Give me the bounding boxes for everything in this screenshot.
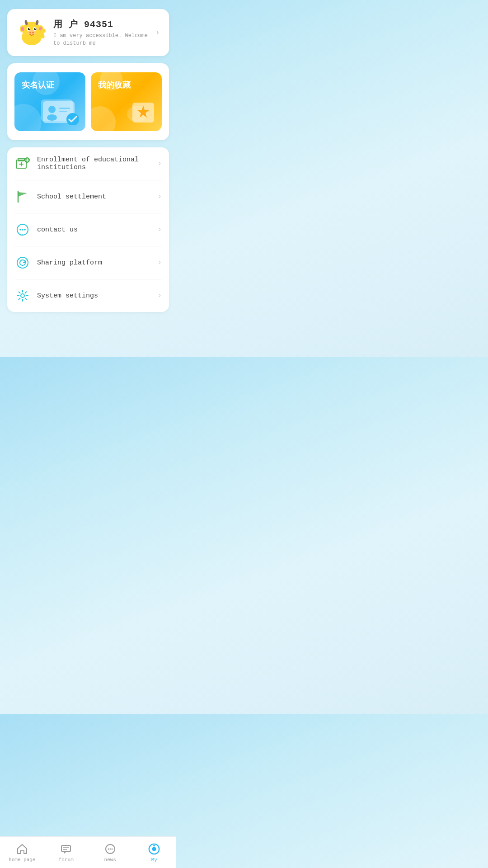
settings-label: System settings [37, 292, 151, 300]
contact-chevron-icon: › [157, 226, 162, 234]
settings-chevron-icon: › [157, 292, 162, 300]
settlement-label: School settlement [37, 193, 151, 201]
enrollment-label: Enrollment of educational institutions [37, 156, 151, 171]
settlement-chevron-icon: › [157, 193, 162, 201]
svg-point-38 [19, 229, 21, 231]
profile-bio: I am very accessible. Welcome to disturb… [53, 32, 149, 47]
enrollment-chevron-icon: › [157, 160, 162, 168]
flag-icon [14, 189, 31, 205]
menu-list: Enrollment of educational institutions ›… [7, 147, 169, 312]
svg-point-10 [28, 28, 30, 30]
svg-point-25 [66, 113, 79, 125]
svg-rect-24 [59, 111, 67, 112]
menu-item-sharing[interactable]: Sharing platform › [14, 246, 162, 279]
id-card-icon [40, 96, 81, 127]
svg-point-15 [29, 32, 31, 33]
svg-point-11 [34, 28, 37, 30]
contact-label: contact us [37, 226, 151, 234]
menu-item-enrollment[interactable]: Enrollment of educational institutions › [14, 147, 162, 180]
svg-point-41 [17, 257, 28, 268]
svg-point-18 [41, 28, 46, 33]
svg-point-16 [32, 32, 34, 33]
favorites-title: 我的收藏 [98, 80, 155, 90]
chat-icon [14, 222, 31, 238]
svg-point-42 [21, 294, 24, 297]
svg-point-14 [28, 30, 35, 35]
real-name-title: 实名认证 [22, 80, 78, 90]
avatar [16, 17, 47, 48]
svg-point-40 [24, 229, 26, 231]
sharing-chevron-icon: › [157, 259, 162, 267]
menu-item-settlement[interactable]: School settlement › [14, 180, 162, 213]
svg-point-21 [48, 106, 56, 113]
refresh-circle-icon [14, 255, 31, 271]
favorites-card[interactable]: 我的收藏 [91, 72, 162, 131]
svg-rect-23 [59, 108, 70, 109]
menu-item-settings[interactable]: System settings › [14, 279, 162, 312]
svg-point-12 [29, 28, 30, 29]
star-card-icon [123, 98, 157, 127]
svg-point-39 [22, 229, 23, 231]
svg-point-22 [47, 114, 57, 121]
sharing-label: Sharing platform [37, 259, 151, 267]
profile-name: 用 户 94351 [53, 18, 149, 30]
menu-item-contact[interactable]: contact us › [14, 213, 162, 246]
svg-point-13 [35, 28, 36, 29]
profile-info: 用 户 94351 I am very accessible. Welcome … [53, 18, 149, 47]
quick-actions-panel: 实名认证 [7, 63, 169, 140]
school-plus-icon [14, 156, 31, 172]
real-name-card[interactable]: 实名认证 [14, 72, 85, 131]
gear-icon [14, 288, 31, 304]
profile-card[interactable]: 用 户 94351 I am very accessible. Welcome … [7, 9, 169, 56]
svg-point-3 [21, 27, 24, 31]
profile-chevron-icon: › [155, 28, 160, 37]
